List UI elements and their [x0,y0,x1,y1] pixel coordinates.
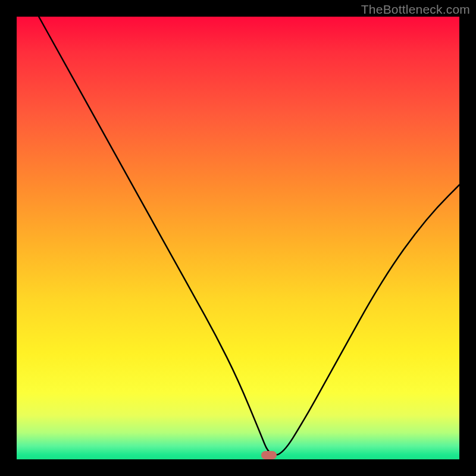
plot-area [17,17,459,459]
curve-path [39,17,459,455]
chart-frame: TheBottleneck.com [0,0,476,476]
bottleneck-curve [17,17,459,459]
watermark-text: TheBottleneck.com [361,2,470,17]
optimal-point-marker [261,451,277,459]
